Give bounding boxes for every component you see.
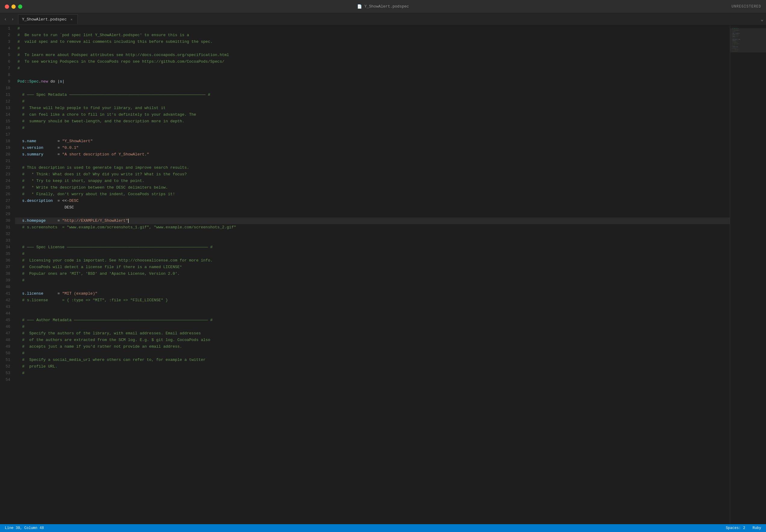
window-filename: Y_ShowAlert.podspec <box>364 4 409 9</box>
code-line-24: # * Try to keep it short, snappy and to … <box>15 178 730 184</box>
code-line-29 <box>15 211 730 217</box>
code-line-35: # <box>15 251 730 257</box>
tab-y-showalert-podspec[interactable]: Y_ShowAlert.podspec ✕ <box>18 14 78 24</box>
code-line-46: # <box>15 324 730 330</box>
code-line-17 <box>15 131 730 138</box>
tab-dropdown-arrow[interactable]: ⌄ <box>761 16 764 22</box>
code-line-37: # CocoaPods will detect a license file i… <box>15 264 730 271</box>
code-line-43 <box>15 304 730 310</box>
code-line-44 <box>15 310 730 317</box>
tab-label: Y_ShowAlert.podspec <box>22 17 67 22</box>
code-line-10 <box>15 85 730 92</box>
code-line-54 <box>15 377 730 383</box>
code-line-52: # profile URL. <box>15 363 730 370</box>
tab-bar: ‹ › Y_ShowAlert.podspec ✕ ⌄ <box>0 13 766 25</box>
back-arrow[interactable]: ‹ <box>2 16 8 22</box>
editor: 1 2 3 4 5 6 7 8 9 10 11 12 13 14 15 16 1… <box>0 25 766 524</box>
code-line-18: s.name = "Y_ShowAlert" <box>15 138 730 145</box>
cursor-position: Line 30, Column 48 <box>5 526 44 530</box>
code-line-36: # Licensing your code is important. See … <box>15 257 730 264</box>
code-line-9: Pod::Spec.new do |s| <box>15 78 730 85</box>
navigation-arrows: ‹ › <box>2 16 16 22</box>
code-line-53: # <box>15 370 730 377</box>
status-bar: Line 30, Column 48 Spaces: 2 Ruby <box>0 524 766 532</box>
code-line-21 <box>15 158 730 164</box>
file-icon: 📄 <box>357 4 362 9</box>
code-line-32 <box>15 231 730 237</box>
minimap-viewport <box>730 28 766 52</box>
code-line-5: # To learn more about Podspec attributes… <box>15 52 730 58</box>
tab-close-button[interactable]: ✕ <box>69 17 74 22</box>
code-line-6: # To see working Podspecs in the CocoaPo… <box>15 58 730 65</box>
traffic-lights <box>5 5 22 9</box>
code-line-23: # * Think: What does it do? Why did you … <box>15 171 730 178</box>
window-title: 📄 Y_ShowAlert.podspec <box>357 4 409 9</box>
code-line-33 <box>15 237 730 244</box>
maximize-button[interactable] <box>18 5 22 9</box>
code-line-40 <box>15 284 730 290</box>
minimap[interactable]: # # # # # # # # Pod::Spec.new do |s| # ―… <box>730 25 766 524</box>
forward-arrow[interactable]: › <box>10 16 16 22</box>
code-line-19: s.version = "0.0.1" <box>15 145 730 151</box>
code-line-3: # valid spec and to remove all comments … <box>15 39 730 45</box>
code-line-2: # Be sure to run `pod spec lint Y_ShowAl… <box>15 32 730 39</box>
code-line-45: # ――― Author Metadata ――――――――――――――――――… <box>15 317 730 324</box>
code-line-28: DESC <box>15 204 730 211</box>
language-indicator[interactable]: Ruby <box>752 526 761 530</box>
code-line-25: # * Write the description between the DE… <box>15 184 730 191</box>
status-bar-right: Spaces: 2 Ruby <box>726 526 761 530</box>
title-bar: 📄 Y_ShowAlert.podspec UNREGISTERED <box>0 0 766 13</box>
code-line-51: # Specify a social_media_url where other… <box>15 357 730 363</box>
code-line-8 <box>15 72 730 78</box>
code-line-14: # can feel like a chore to fill in it's … <box>15 111 730 118</box>
code-line-48: # of the authors are extracted from the … <box>15 337 730 343</box>
code-line-49: # accepts just a name if you'd rather no… <box>15 343 730 350</box>
code-line-4: # <box>15 45 730 52</box>
code-line-1: # <box>15 25 730 32</box>
status-bar-left: Line 30, Column 48 <box>5 526 44 530</box>
code-line-20: s.summary = "A short description of Y_Sh… <box>15 151 730 158</box>
code-line-39: # <box>15 277 730 284</box>
code-line-50: # <box>15 350 730 357</box>
close-button[interactable] <box>5 5 9 9</box>
code-line-26: # * Finally, don't worry about the inden… <box>15 191 730 198</box>
code-line-22: # This description is used to generate t… <box>15 164 730 171</box>
spaces-indicator[interactable]: Spaces: 2 <box>726 526 745 530</box>
line-numbers: 1 2 3 4 5 6 7 8 9 10 11 12 13 14 15 16 1… <box>0 25 15 524</box>
code-line-47: # Specify the authors of the library, wi… <box>15 330 730 337</box>
code-content[interactable]: # # Be sure to run `pod spec lint Y_Show… <box>15 25 730 524</box>
code-line-12: # <box>15 98 730 105</box>
code-line-31: # s.screenshots = "www.example.com/scree… <box>15 224 730 231</box>
code-line-13: # These will help people to find your li… <box>15 105 730 111</box>
code-line-38: # Popular ones are 'MIT', 'BSD' and 'Apa… <box>15 271 730 277</box>
code-line-42: # s.license = { :type => "MIT", :file =>… <box>15 297 730 304</box>
code-line-15: # summary should be tweet-length, and th… <box>15 118 730 125</box>
code-line-34: # ――― Spec License ―――――――――――――――――――――… <box>15 244 730 251</box>
code-line-41: s.license = "MIT (example)" <box>15 290 730 297</box>
code-line-27: s.description = <<-DESC <box>15 198 730 204</box>
main-content: 1 2 3 4 5 6 7 8 9 10 11 12 13 14 15 16 1… <box>0 25 766 524</box>
code-line-7: # <box>15 65 730 72</box>
minimize-button[interactable] <box>11 5 16 9</box>
code-area: 1 2 3 4 5 6 7 8 9 10 11 12 13 14 15 16 1… <box>0 25 766 524</box>
code-line-11: # ――― Spec Metadata ――――――――――――――――――――… <box>15 92 730 98</box>
code-line-30: s.homepage = "http://EXAMPLE/Y_ShowAlert… <box>15 217 730 224</box>
registration-status: UNREGISTERED <box>732 5 761 9</box>
code-line-16: # <box>15 125 730 131</box>
